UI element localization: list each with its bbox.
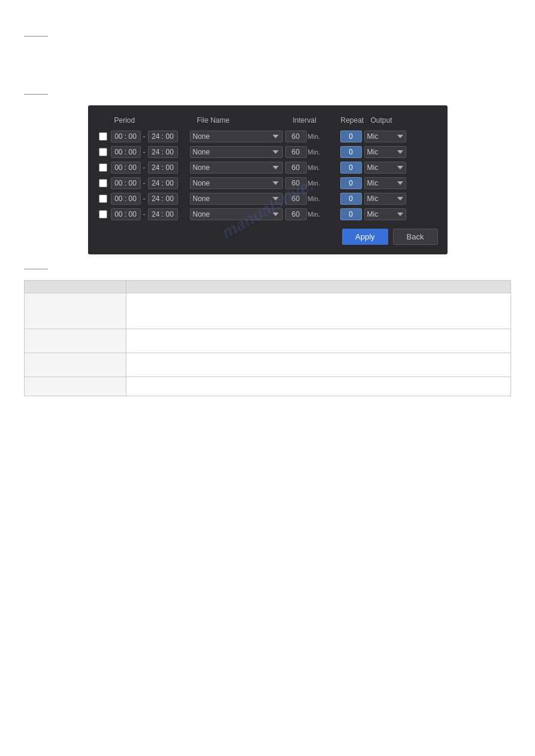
- table-row: - None Min. Mic: [98, 146, 438, 158]
- row-4-start[interactable]: [111, 177, 141, 189]
- row-6-repeat[interactable]: [340, 208, 362, 220]
- row-1-interval-group: Min.: [285, 130, 338, 142]
- row-4-filename[interactable]: None: [190, 177, 283, 189]
- row-4-period: -: [111, 177, 188, 189]
- row-4-output[interactable]: Mic: [364, 177, 406, 189]
- row-2-period: -: [111, 146, 188, 158]
- table-cell-right: [126, 353, 511, 377]
- separator-line-2: [24, 94, 48, 95]
- separator-line-1: [24, 36, 48, 37]
- header-period: Period: [114, 116, 192, 125]
- row-3-interval[interactable]: [285, 162, 307, 174]
- table-row: - None Min. Mic: [98, 177, 438, 189]
- row-6-output[interactable]: Mic: [364, 208, 406, 220]
- table-row: [25, 377, 511, 396]
- row-1-interval-unit: Min.: [308, 133, 321, 140]
- row-6-period: -: [111, 208, 188, 220]
- row-3-output[interactable]: Mic: [364, 162, 406, 174]
- row-2-output[interactable]: Mic: [364, 146, 406, 158]
- row-3-interval-group: Min.: [285, 162, 338, 174]
- row-1-repeat[interactable]: [340, 130, 362, 142]
- table-cell-right: [126, 293, 511, 329]
- row-6-dash: -: [142, 210, 147, 218]
- row-1-interval[interactable]: [285, 130, 307, 142]
- row-3-filename[interactable]: None: [190, 162, 283, 174]
- row-2-interval[interactable]: [285, 146, 307, 158]
- apply-button[interactable]: Apply: [342, 229, 388, 245]
- description-table: [24, 280, 511, 396]
- row-3-start[interactable]: [111, 162, 141, 174]
- row-2-checkbox[interactable]: [98, 148, 108, 156]
- schedule-panel: Period File Name Interval Repeat Output …: [88, 105, 448, 254]
- table-cell-left: [25, 377, 126, 396]
- table-header-col2: [126, 281, 511, 293]
- row-6-interval-group: Min.: [285, 208, 338, 220]
- row-5-dash: -: [142, 195, 147, 203]
- row-6-start[interactable]: [111, 208, 141, 220]
- row-3-checkbox[interactable]: [98, 163, 108, 172]
- table-cell-right: [126, 329, 511, 353]
- header-interval: Interval: [293, 116, 341, 125]
- header-output: Output: [371, 116, 416, 125]
- row-4-end[interactable]: [148, 177, 178, 189]
- row-5-repeat[interactable]: [340, 193, 362, 205]
- row-5-interval[interactable]: [285, 193, 307, 205]
- table-cell-left: [25, 293, 126, 329]
- back-button[interactable]: Back: [393, 229, 438, 245]
- row-1-start[interactable]: [111, 130, 141, 142]
- table-cell-left: [25, 353, 126, 377]
- row-2-end[interactable]: [148, 146, 178, 158]
- table-row: - None Min. Mic: [98, 193, 438, 205]
- row-5-end[interactable]: [148, 193, 178, 205]
- table-row: [25, 353, 511, 377]
- row-1-filename[interactable]: None: [190, 130, 283, 142]
- header-filename: File Name: [197, 116, 293, 125]
- row-4-interval-group: Min.: [285, 177, 338, 189]
- table-row: - None Min. Mic: [98, 162, 438, 174]
- row-2-interval-group: Min.: [285, 146, 338, 158]
- text-block-1: [24, 47, 511, 83]
- row-4-dash: -: [142, 179, 147, 187]
- row-6-filename[interactable]: None: [190, 208, 283, 220]
- row-1-output[interactable]: Mic: [364, 130, 406, 142]
- row-6-end[interactable]: [148, 208, 178, 220]
- row-3-repeat[interactable]: [340, 162, 362, 174]
- row-6-checkbox[interactable]: [98, 210, 108, 218]
- table-cell-right: [126, 377, 511, 396]
- row-5-start[interactable]: [111, 193, 141, 205]
- row-5-interval-group: Min.: [285, 193, 338, 205]
- row-4-checkbox[interactable]: [98, 179, 108, 187]
- row-1-period: -: [111, 130, 188, 142]
- row-4-repeat[interactable]: [340, 177, 362, 189]
- row-3-dash: -: [142, 163, 147, 172]
- row-1-end[interactable]: [148, 130, 178, 142]
- table-row: - None Min. Mic: [98, 208, 438, 220]
- table-row: [25, 293, 511, 329]
- row-2-interval-unit: Min.: [308, 148, 321, 156]
- row-3-end[interactable]: [148, 162, 178, 174]
- row-5-interval-unit: Min.: [308, 195, 321, 202]
- row-3-period: -: [111, 162, 188, 174]
- row-2-dash: -: [142, 148, 147, 156]
- schedule-rows: - None Min. Mic - None: [98, 130, 438, 220]
- row-5-checkbox[interactable]: [98, 195, 108, 203]
- row-5-filename[interactable]: None: [190, 193, 283, 205]
- table-row: [25, 329, 511, 353]
- row-5-period: -: [111, 193, 188, 205]
- row-4-interval-unit: Min.: [308, 180, 321, 187]
- row-6-interval[interactable]: [285, 208, 307, 220]
- row-4-interval[interactable]: [285, 177, 307, 189]
- row-3-interval-unit: Min.: [308, 164, 321, 171]
- row-2-start[interactable]: [111, 146, 141, 158]
- table-header-col1: [25, 281, 126, 293]
- row-2-filename[interactable]: None: [190, 146, 283, 158]
- row-2-repeat[interactable]: [340, 146, 362, 158]
- table-cell-left: [25, 329, 126, 353]
- row-1-dash: -: [142, 132, 147, 141]
- row-1-checkbox[interactable]: [98, 132, 108, 141]
- row-5-output[interactable]: Mic: [364, 193, 406, 205]
- panel-headers: Period File Name Interval Repeat Output: [98, 116, 438, 125]
- separator-line-3: [24, 269, 48, 269]
- row-6-interval-unit: Min.: [308, 211, 321, 218]
- header-repeat: Repeat: [341, 116, 371, 125]
